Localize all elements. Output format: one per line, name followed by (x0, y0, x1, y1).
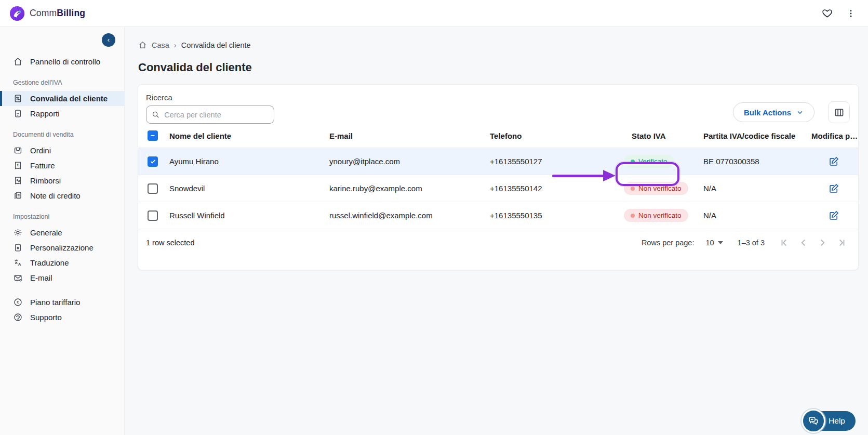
first-page-button[interactable] (779, 237, 791, 248)
sidebar: ‹ Pannello di controllo Gestione dell'IV… (0, 27, 125, 435)
search-input[interactable] (164, 111, 269, 119)
kebab-menu-icon[interactable] (846, 8, 856, 19)
sidebar-item-rimborsi[interactable]: Rimborsi (0, 173, 124, 188)
sidebar-item-note-di-credito[interactable]: Note di credito (0, 188, 124, 203)
sidebar-collapse-button[interactable]: ‹ (102, 33, 115, 47)
reports-icon (13, 109, 23, 118)
edit-pencil-icon (829, 183, 839, 194)
rows-per-page-label: Rows per page: (642, 239, 695, 247)
column-header-edit[interactable]: Modifica p… (811, 131, 858, 140)
column-header-vat-status[interactable]: Stato IVA (624, 131, 703, 140)
cell-email: karine.ruby@example.com (329, 184, 490, 193)
refunds-icon (13, 176, 23, 186)
brand-name: CommBilling (30, 8, 85, 19)
search-icon (152, 110, 159, 119)
last-page-icon (835, 237, 847, 248)
row-checkbox-unchecked[interactable] (148, 183, 158, 194)
app-window: CommBilling ‹ Pannello di controllo (0, 0, 868, 435)
cell-email: ynoury@itplace.com (329, 157, 490, 166)
last-page-button[interactable] (835, 237, 847, 248)
cell-customer-name: Russell Winfield (169, 211, 329, 220)
sidebar-item-personalizzazione[interactable]: Personalizzazione (0, 240, 124, 255)
table-row[interactable]: Snowdevil karine.ruby@example.com +16135… (138, 175, 858, 202)
columns-icon (834, 107, 845, 118)
breadcrumb-home-link[interactable]: Casa (152, 41, 169, 49)
invoices-icon: € (13, 161, 23, 170)
chevron-left-icon (798, 237, 809, 248)
column-header-name[interactable]: Nome del cliente (169, 131, 329, 140)
edit-button[interactable] (829, 183, 839, 194)
page-title: Convalida del cliente (125, 49, 868, 74)
rows-per-page-select[interactable]: 10 (705, 239, 723, 247)
table-row[interactable]: Ayumu Hirano ynoury@itplace.com +1613555… (138, 148, 858, 175)
customization-icon (13, 243, 23, 253)
vat-status-badge-unverified: Non verificato (624, 182, 688, 195)
column-header-email[interactable]: E-mail (329, 131, 490, 140)
breadcrumb: Casa › Convalida del cliente (125, 27, 868, 49)
support-icon (13, 312, 23, 322)
cell-phone: +16135550127 (490, 157, 624, 166)
orders-icon (13, 146, 23, 155)
help-button[interactable]: Help (805, 411, 856, 431)
cell-customer-name: Snowdevil (169, 184, 329, 193)
edit-pencil-icon (829, 210, 839, 221)
table-header-row: Nome del cliente E-mail Telefono Stato I… (138, 124, 858, 148)
cell-customer-name: Ayumu Hirano (169, 157, 329, 166)
cell-phone: +16135550135 (490, 211, 624, 220)
status-dot (631, 160, 635, 164)
indeterminate-icon (150, 133, 156, 139)
cell-email: russel.winfield@example.com (329, 211, 490, 220)
sidebar-item-fatture[interactable]: € Fatture (0, 158, 124, 173)
gear-icon (13, 228, 23, 238)
first-page-icon (779, 237, 791, 248)
row-checkbox-checked[interactable] (148, 156, 158, 167)
pagination-range: 1–3 of 3 (738, 239, 765, 247)
column-header-vat-id[interactable]: Partita IVA/codice fiscale (703, 131, 811, 140)
vat-status-badge-unverified: Non verificato (624, 209, 688, 222)
top-bar: CommBilling (0, 0, 868, 27)
brand[interactable]: CommBilling (9, 6, 85, 21)
vat-status-badge-verified: Verificato (624, 155, 674, 168)
home-icon (13, 57, 23, 67)
column-settings-button[interactable] (828, 101, 850, 123)
customer-validation-card: Ricerca Bulk Actions (138, 84, 859, 270)
customer-validation-icon (13, 94, 23, 103)
credit-notes-icon (13, 191, 23, 201)
select-all-checkbox[interactable] (148, 130, 158, 141)
table-row[interactable]: Russell Winfield russel.winfield@example… (138, 202, 858, 229)
sidebar-item-traduzione[interactable]: A Traduzione (0, 255, 124, 270)
table-footer: 1 row selected Rows per page: 10 1–3 of … (138, 229, 858, 256)
chevron-down-icon (796, 109, 804, 116)
sidebar-item-piano-tariffario[interactable]: € Piano tariffario (0, 295, 124, 310)
sidebar-item-generale[interactable]: Generale (0, 225, 124, 240)
edit-button[interactable] (829, 156, 839, 167)
sidebar-item-convalida-del-cliente[interactable]: Convalida del cliente (0, 91, 124, 106)
search-label: Ricerca (146, 93, 274, 102)
next-page-button[interactable] (817, 237, 828, 248)
sidebar-item-supporto[interactable]: Supporto (0, 310, 124, 325)
edit-pencil-icon (829, 156, 839, 167)
chevron-right-icon (817, 237, 828, 248)
sidebar-item-email[interactable]: E-mail (0, 270, 124, 285)
sidebar-item-rapporti[interactable]: Rapporti (0, 106, 124, 121)
selected-rows-count: 1 row selected (146, 239, 195, 247)
favorites-heart-icon[interactable] (822, 8, 833, 19)
sidebar-item-pannello-di-controllo[interactable]: Pannello di controllo (0, 54, 124, 69)
main-content: Casa › Convalida del cliente Convalida d… (125, 27, 868, 435)
breadcrumb-home-icon (138, 41, 147, 49)
column-header-phone[interactable]: Telefono (490, 131, 624, 140)
search-box[interactable] (146, 106, 274, 124)
bulk-actions-button[interactable]: Bulk Actions (733, 102, 814, 122)
commbilling-logo-icon (9, 6, 25, 21)
svg-text:A: A (18, 262, 21, 267)
previous-page-button[interactable] (798, 237, 809, 248)
row-checkbox-unchecked[interactable] (148, 210, 158, 221)
edit-button[interactable] (829, 210, 839, 221)
sidebar-item-ordini[interactable]: Ordini (0, 143, 124, 158)
dropdown-arrow-icon (718, 241, 723, 244)
cell-vat-id: N/A (703, 211, 811, 220)
cell-phone: +16135550142 (490, 184, 624, 193)
breadcrumb-separator: › (174, 41, 177, 49)
translate-icon: A (13, 258, 23, 268)
svg-text:€: € (17, 300, 19, 305)
